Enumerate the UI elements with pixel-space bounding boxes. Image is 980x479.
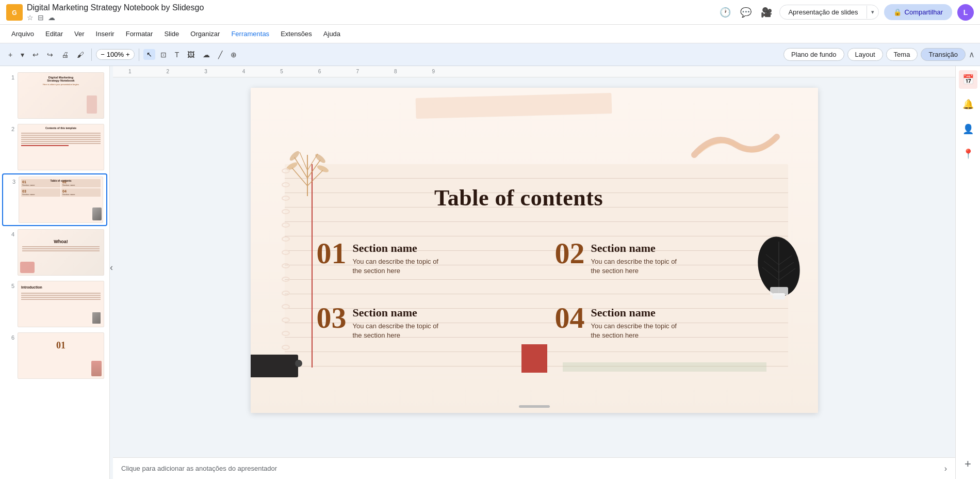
toolbar-add-button[interactable]: +: [5, 49, 15, 61]
section-name-02: Section name: [591, 242, 677, 255]
menu-editar[interactable]: Editar: [40, 28, 68, 40]
slide-thumb-5[interactable]: 5 Introduction: [2, 279, 107, 329]
section-text-03: Section name You can describe the topic …: [353, 303, 438, 340]
tape-pin: [295, 360, 302, 367]
toolbar-dropdown-button[interactable]: ▾: [18, 49, 27, 61]
share-button[interactable]: 🔒 Compartilhar: [884, 4, 952, 20]
section-name-04: Section name: [591, 306, 677, 320]
slide-thumb-4[interactable]: 4 Whoa!: [2, 227, 107, 278]
toolbar-right: Plano de fundo Layout Tema Transição ∧: [783, 48, 975, 61]
slide-preview-6: 01: [18, 332, 104, 379]
svg-rect-22: [770, 287, 788, 295]
slide-thumb-1[interactable]: 1 Digital Marketing Strategy Notebook He…: [2, 70, 107, 121]
section-text-04: Section name You can describe the topic …: [591, 303, 677, 340]
user-avatar-button[interactable]: L: [957, 4, 974, 21]
slide-canvas[interactable]: Table of contents 01 Section name You ca…: [251, 88, 818, 413]
present-button[interactable]: Apresentação de slides: [780, 5, 866, 19]
share-label: Compartilhar: [905, 8, 943, 16]
notification-panel-button[interactable]: 🔔: [959, 95, 977, 114]
section-text-02: Section name You can describe the topic …: [591, 238, 677, 276]
zoom-control[interactable]: − 100% +: [96, 49, 134, 60]
transition-button[interactable]: Transição: [921, 48, 966, 61]
select-tool-button[interactable]: ⊡: [157, 49, 170, 61]
separator: [91, 49, 92, 61]
notes-placeholder: Clique para adicionar as anotações do ap…: [121, 465, 277, 472]
text-tool-button[interactable]: T: [172, 49, 183, 61]
slide-preview-2: Contents of this template: [18, 124, 104, 170]
black-tape: [251, 355, 298, 377]
cloud-button[interactable]: ☁: [48, 13, 55, 22]
section-item-03: 03 Section name You can describe the top…: [317, 303, 540, 357]
slide-number-5: 5: [5, 283, 14, 289]
section-num-03: 03: [317, 303, 347, 333]
history-button[interactable]: 🕐: [717, 5, 733, 20]
notes-expand-button[interactable]: ›: [944, 464, 947, 473]
brush-stroke-decoration: [684, 124, 787, 165]
bg-button[interactable]: Plano de fundo: [783, 48, 844, 61]
line-tool-button[interactable]: ╱: [215, 49, 225, 61]
menu-ferramentas[interactable]: Ferramentas: [226, 28, 274, 40]
svg-line-3: [292, 168, 307, 186]
theme-button[interactable]: Tema: [886, 48, 918, 61]
lock-icon: 🔒: [893, 8, 902, 16]
map-panel-button[interactable]: 📍: [959, 145, 977, 163]
undo-button[interactable]: ↩: [29, 49, 42, 61]
menu-slide[interactable]: Slide: [159, 28, 184, 40]
slide-number-2: 2: [5, 126, 14, 132]
redo-button[interactable]: ↪: [44, 49, 56, 61]
paint-button[interactable]: 🖌: [74, 49, 87, 61]
section-text-01: Section name You can describe the topic …: [353, 238, 438, 276]
title-bar: G Digital Marketing Strategy Notebook by…: [0, 0, 980, 25]
slide-thumb-2[interactable]: 2 Contents of this template: [2, 122, 107, 172]
star-button[interactable]: ☆: [27, 13, 34, 22]
layout-button[interactable]: Layout: [847, 48, 883, 61]
section-desc-01: You can describe the topic ofthe section…: [353, 257, 438, 276]
canvas-area: 1 2 3 4 5 6 7 8 9: [113, 66, 955, 479]
slide-thumb-6[interactable]: 6 01: [2, 330, 107, 381]
shape-tool-button[interactable]: ☁: [200, 49, 213, 61]
menu-formatar[interactable]: Formatar: [121, 28, 158, 40]
separator2: [139, 49, 139, 61]
canvas-scroll[interactable]: Table of contents 01 Section name You ca…: [113, 77, 955, 457]
spiral-binding: [281, 160, 291, 372]
sidebar-collapse-button[interactable]: ‹: [110, 262, 113, 273]
more-tool-button[interactable]: ⊕: [227, 49, 240, 61]
scroll-indicator: [519, 405, 550, 408]
zoom-in-icon: +: [126, 51, 130, 58]
print-button[interactable]: 🖨: [58, 49, 72, 61]
menu-extensoes[interactable]: Extensões: [275, 28, 317, 40]
menu-ajuda[interactable]: Ajuda: [318, 28, 346, 40]
section-num-02: 02: [555, 238, 585, 268]
slide-preview-5: Introduction: [18, 281, 104, 327]
present-dropdown-button[interactable]: ▾: [867, 6, 878, 19]
svg-point-12: [314, 152, 326, 164]
menu-inserir[interactable]: Inserir: [91, 28, 120, 40]
menu-organizar[interactable]: Organizar: [185, 28, 225, 40]
slide-thumb-3[interactable]: 3 Table of contents 01Section name 02Sec…: [2, 173, 107, 226]
person-panel-button[interactable]: 👤: [959, 120, 977, 138]
bottom-bar[interactable]: Clique para adicionar as anotações do ap…: [113, 457, 955, 479]
menu-ver[interactable]: Ver: [69, 28, 90, 40]
section-item-01: 01 Section name You can describe the top…: [317, 238, 540, 293]
cursor-tool-button[interactable]: ↖: [143, 49, 155, 60]
svg-line-4: [295, 157, 307, 178]
slide-preview-4: Whoa!: [18, 229, 104, 276]
slide-number-1: 1: [5, 74, 14, 81]
section-name-01: Section name: [353, 242, 438, 255]
svg-line-6: [307, 170, 323, 186]
main-content: 1 Digital Marketing Strategy Notebook He…: [0, 66, 980, 479]
svg-point-11: [316, 164, 330, 173]
image-tool-button[interactable]: 🖼: [184, 49, 198, 61]
toolbar: + ▾ ↩ ↪ 🖨 🖌 − 100% + ↖ ⊡ T 🖼 ☁ ╱ ⊕ Plano…: [0, 43, 980, 66]
toolbar-collapse-button[interactable]: ∧: [969, 50, 975, 59]
add-panel-button[interactable]: +: [965, 457, 971, 471]
calendar-panel-button[interactable]: 📅: [959, 70, 977, 89]
slide-preview-1: Digital Marketing Strategy Notebook Here…: [18, 72, 104, 119]
right-panel: 📅 🔔 👤 📍 +: [955, 66, 980, 479]
chat-button[interactable]: 💬: [738, 5, 754, 20]
doc-title: Digital Marketing Strategy Notebook by S…: [27, 3, 204, 12]
folder-button[interactable]: ⊟: [38, 13, 44, 22]
menu-arquivo[interactable]: Arquivo: [6, 28, 39, 40]
section-desc-02: You can describe the topic ofthe section…: [591, 257, 677, 276]
camera-button[interactable]: 🎥: [759, 5, 774, 20]
